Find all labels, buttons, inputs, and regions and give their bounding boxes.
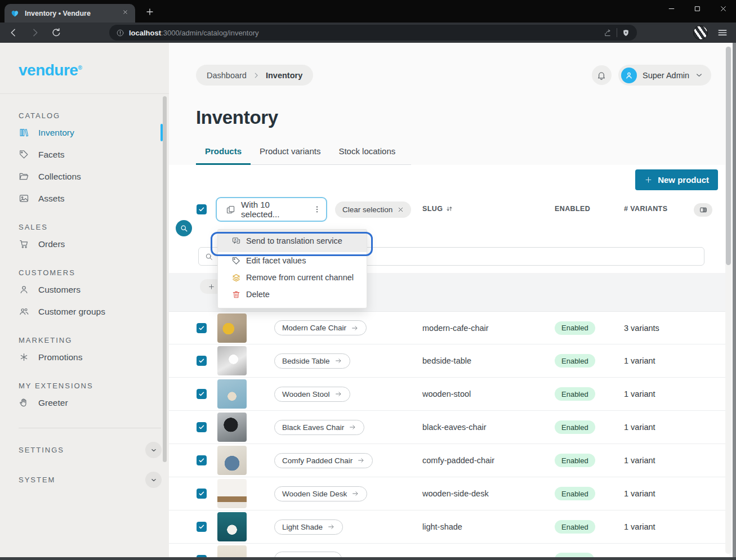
browser-window: Inventory • Vendure localhost:3000/admin… [0, 0, 736, 560]
product-link[interactable]: Comfy Padded Chair [274, 453, 373, 468]
sidebar-item-greeter[interactable]: Greeter [19, 393, 162, 412]
menu-item-delete[interactable]: Delete [218, 286, 367, 303]
sidebar-scrollbar[interactable] [163, 96, 167, 462]
table-row: Wooden Stoolwooden-stoolEnabled1 variant [169, 378, 729, 411]
select-all-checkbox[interactable] [197, 204, 207, 214]
tag-icon [231, 256, 241, 266]
sidebar: vendure® CATALOGInventoryFacetsCollectio… [0, 43, 169, 557]
tab-product-variants[interactable]: Product variants [251, 144, 329, 164]
new-product-button[interactable]: New product [635, 169, 718, 190]
sidebar-item-promotions[interactable]: Promotions [19, 348, 162, 366]
url-bar[interactable]: localhost:3000/admin/catalog/inventory [109, 25, 637, 41]
table-row: Modern Cafe Chairmodern-cafe-chairEnable… [169, 311, 729, 344]
browser-profile-avatar[interactable] [693, 25, 708, 40]
product-slug: wooden-side-desk [422, 489, 489, 498]
expand-system-button[interactable] [145, 472, 162, 488]
bulk-action-bar: With 10 selected... Clear selection SLUG… [169, 195, 729, 223]
row-checkbox[interactable] [197, 522, 207, 532]
row-checkbox[interactable] [197, 356, 207, 366]
tab-bar: ProductsProduct variantsStock locations [196, 144, 411, 165]
variant-count: 3 variants [624, 324, 659, 333]
breadcrumb[interactable]: Dashboard Inventory [196, 65, 313, 86]
column-header-slug[interactable]: SLUG [422, 205, 453, 213]
expand-settings-button[interactable] [145, 442, 162, 458]
column-picker-button[interactable] [694, 203, 712, 217]
row-checkbox[interactable] [197, 455, 207, 465]
window-right-edge [733, 43, 736, 557]
check-icon [198, 523, 205, 530]
sidebar-item-orders[interactable]: Orders [19, 235, 162, 253]
product-thumbnail [217, 413, 247, 442]
clear-selection-button[interactable]: Clear selection [335, 201, 411, 218]
tab-close-icon[interactable] [121, 9, 130, 18]
row-checkbox[interactable] [197, 422, 207, 432]
translate-icon: A [231, 236, 241, 246]
notifications-button[interactable] [592, 65, 612, 85]
product-link[interactable]: Wooden Stool [274, 387, 350, 402]
breadcrumb-dashboard[interactable]: Dashboard [207, 71, 247, 80]
check-icon [198, 325, 205, 331]
reload-icon[interactable] [51, 27, 62, 38]
sidebar-item-facets[interactable]: Facets [19, 145, 162, 164]
orders-icon [19, 239, 29, 249]
column-header-enabled: ENABLED [555, 205, 590, 213]
product-name: Bedside Table [282, 357, 330, 365]
site-info-icon[interactable] [116, 29, 124, 37]
product-name: Black Eaves Chair [282, 423, 344, 432]
user-name: Super Admin [643, 71, 689, 80]
sidebar-item-collections[interactable]: Collections [19, 167, 162, 186]
sidebar-item-customers[interactable]: Customers [19, 280, 162, 299]
row-checkbox[interactable] [197, 389, 207, 399]
page-scrollbar-thumb[interactable] [726, 47, 731, 265]
product-link[interactable]: Light Shade [274, 519, 343, 535]
search-toggle-button[interactable] [176, 220, 192, 236]
window-minimize-button[interactable] [658, 0, 684, 17]
row-checkbox[interactable] [197, 489, 207, 499]
menu-item-send-to-translation-service[interactable]: ASend to translation service [218, 230, 367, 252]
breadcrumb-inventory: Inventory [266, 71, 302, 80]
sidebar-section-settings[interactable]: SETTINGS [19, 442, 162, 458]
sidebar-section-system[interactable]: SYSTEM [19, 472, 162, 488]
arrow-right-icon [351, 324, 359, 332]
browser-menu-icon[interactable] [717, 27, 728, 38]
layers-icon [231, 273, 241, 283]
window-maximize-button[interactable] [684, 0, 710, 17]
sidebar-item-assets[interactable]: Assets [19, 189, 162, 208]
status-badge: Enabled [555, 420, 595, 434]
product-link[interactable] [274, 552, 342, 557]
window-close-button[interactable] [710, 0, 736, 17]
browser-tab[interactable]: Inventory • Vendure [5, 4, 135, 23]
product-link[interactable]: Black Eaves Chair [274, 420, 364, 435]
page-scrollbar[interactable] [725, 46, 731, 554]
product-link[interactable]: Modern Cafe Chair [274, 320, 367, 335]
sidebar-section-label: CATALOG [19, 111, 162, 120]
share-icon[interactable] [604, 29, 612, 37]
arrow-right-icon [327, 523, 335, 531]
sidebar-item-label: Assets [38, 194, 65, 204]
new-tab-icon[interactable] [145, 7, 154, 16]
chevron-down-icon [695, 71, 703, 79]
menu-item-label: Send to translation service [246, 236, 342, 245]
sidebar-item-inventory[interactable]: Inventory [19, 123, 162, 142]
product-link[interactable]: Wooden Side Desk [274, 486, 367, 501]
user-menu[interactable]: Super Admin [618, 65, 711, 86]
tab-stock-locations[interactable]: Stock locations [329, 144, 404, 164]
back-icon[interactable] [8, 27, 19, 38]
forward-icon[interactable] [29, 27, 41, 38]
variant-count: 1 variant [624, 423, 655, 432]
bulk-actions-button[interactable]: With 10 selected... [216, 197, 327, 222]
table-row: Bedside Tablebedside-tableEnabled1 varia… [169, 344, 729, 378]
menu-item-remove-from-current-channel[interactable]: Remove from current channel [218, 269, 367, 286]
row-checkbox[interactable] [197, 323, 207, 333]
menu-item-edit-facet-values[interactable]: Edit facet values [218, 252, 367, 269]
check-icon [198, 357, 205, 364]
variant-count: 1 variant [624, 489, 655, 498]
product-name: Wooden Stool [282, 390, 330, 398]
arrow-right-icon [351, 490, 359, 498]
product-slug: modern-cafe-chair [422, 324, 489, 333]
tab-products[interactable]: Products [196, 144, 251, 164]
brave-shield-icon[interactable] [622, 29, 630, 37]
sidebar-item-customer-groups[interactable]: Customer groups [19, 302, 162, 321]
customer-groups-icon [19, 306, 29, 317]
product-link[interactable]: Bedside Table [274, 353, 350, 369]
